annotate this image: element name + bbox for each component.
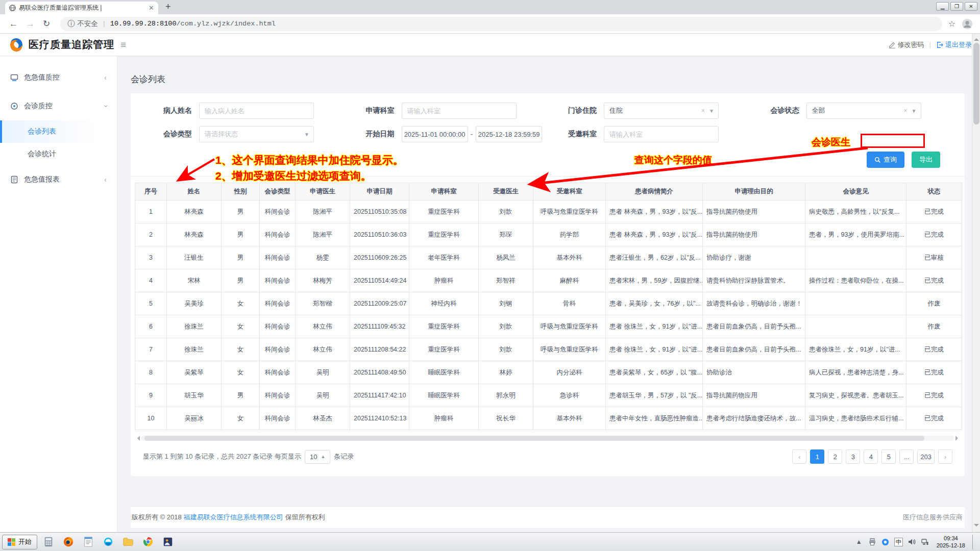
next-page-button[interactable]: ›	[938, 449, 952, 464]
table-header-cell[interactable]: 申请日期	[350, 183, 409, 201]
table-header-cell[interactable]: 性别	[222, 183, 260, 201]
page-button[interactable]: 4	[864, 449, 878, 464]
table-cell: 2025110510:36:03	[350, 223, 409, 246]
page-size-dropdown[interactable]: 10 ▲	[305, 450, 330, 464]
vertical-scroll-thumb[interactable]	[973, 43, 979, 124]
table-row[interactable]: 7徐珠兰女科间会诊林立伟2025111208:54:22重症医学科刘歆呼吸与危重…	[135, 338, 962, 361]
table-header-cell[interactable]: 申请理由目的	[703, 183, 805, 201]
new-tab-button[interactable]: +	[165, 2, 171, 12]
clear-icon[interactable]: ×	[701, 107, 705, 114]
url-field[interactable]: ⓘ 不安全 | 10.99.99.28:8100 /com.ylz.wjzk/i…	[60, 17, 942, 31]
sidebar-item-critical-value-qc[interactable]: 危急值质控 ‹	[0, 63, 117, 92]
taskbar-clock[interactable]: 09:34 2025-12-18	[937, 535, 965, 549]
table-header-cell[interactable]: 受邀科室	[533, 183, 606, 201]
export-button[interactable]: 导出	[912, 152, 940, 168]
page-button[interactable]: 2	[828, 449, 842, 464]
table-cell: 基本外科	[533, 246, 606, 269]
horizontal-scroll-thumb[interactable]	[144, 436, 924, 441]
notepad-icon[interactable]	[79, 535, 97, 549]
sidebar-item-critical-value-report[interactable]: 危急值报表 ‹	[0, 165, 117, 194]
page-button[interactable]: 5	[881, 449, 896, 464]
invited-dept-input[interactable]	[604, 126, 719, 142]
horizontal-scrollbar[interactable]	[135, 435, 961, 441]
firefox-icon[interactable]	[59, 535, 77, 549]
company-link[interactable]: 福建易联众医疗信息系统有限公司	[184, 513, 283, 522]
page-button[interactable]: 203	[917, 449, 935, 464]
table-row[interactable]: 4宋林男科间会诊林梅芳2025110514:49:24肿瘤科郑智祥麻醉科患者宋林…	[135, 269, 962, 292]
table-header-cell[interactable]: 患者病情简介	[606, 183, 703, 201]
avatar[interactable]	[962, 18, 973, 30]
visit-type-select[interactable]: 住院 × ▼	[604, 103, 719, 119]
apply-dept-input[interactable]	[402, 103, 517, 119]
table-header-cell[interactable]: 状态	[906, 183, 962, 201]
table-row[interactable]: 10吴丽冰女科间会诊林圣杰2025112410:52:13肿瘤科祝长华基本外科患…	[135, 407, 962, 430]
page-ellipsis[interactable]: ...	[899, 449, 914, 464]
scroll-left-icon[interactable]	[135, 436, 140, 441]
sidebar-item-consultation-stats[interactable]: 会诊统计	[0, 143, 117, 165]
app-title: 医疗质量追踪管理	[29, 38, 114, 52]
table-header-cell[interactable]: 受邀医生	[479, 183, 533, 201]
scroll-right-icon[interactable]	[955, 436, 961, 441]
menu-collapse-icon[interactable]: ≡	[120, 39, 126, 51]
folder-icon[interactable]	[119, 535, 137, 549]
info-icon[interactable]: ⓘ	[67, 19, 75, 29]
clear-icon[interactable]: ×	[904, 107, 908, 114]
patient-name-input[interactable]	[199, 103, 314, 119]
table-header-cell[interactable]: 申请医生	[296, 183, 350, 201]
table-header-cell[interactable]: 序号	[135, 183, 167, 201]
table-row[interactable]: 8吴紫琴女科间会诊吴明2025111408:49:50睡眠医学科林婷内分泌科患者…	[135, 361, 962, 384]
sidebar-item-consultation-list[interactable]: 会诊列表	[0, 120, 117, 143]
table-cell: 患者胡玉华，男，57岁，以 "反...	[606, 384, 703, 407]
page-button[interactable]: 3	[846, 449, 860, 464]
consult-status-select[interactable]: 全部 × ▼	[806, 103, 921, 119]
prev-page-button[interactable]: ‹	[792, 449, 806, 464]
start-button[interactable]: 开始	[2, 535, 37, 549]
date-from-input[interactable]	[402, 126, 468, 142]
date-to-input[interactable]	[476, 126, 542, 142]
table-row[interactable]: 5吴美珍女科间会诊郑智楷2025112009:25:07神经内科刘钢骨科患者，吴…	[135, 292, 962, 315]
table-cell: 呼吸与危重症医学科	[533, 201, 606, 223]
table-header-cell[interactable]: 会诊意见	[805, 183, 906, 201]
volume-icon[interactable]	[907, 537, 916, 546]
vertical-scrollbar[interactable]	[972, 34, 980, 532]
forward-icon[interactable]: →	[26, 19, 35, 29]
tray-expand-icon[interactable]: ▲	[854, 537, 864, 546]
media-player-icon[interactable]	[159, 535, 177, 549]
change-password-link[interactable]: 修改密码	[889, 40, 924, 49]
monitor-icon	[10, 73, 18, 82]
safety-app-icon[interactable]	[881, 537, 890, 546]
network-icon[interactable]	[920, 537, 929, 546]
consult-type-select[interactable]: 请选择状态 ▼	[199, 126, 314, 142]
table-row[interactable]: 9胡玉华男科间会诊吴明2025111417:42:10睡眠医学科郭永明急诊科患者…	[135, 384, 962, 407]
sidebar-item-consultation-qc[interactable]: 会诊质控 ‹	[0, 92, 117, 120]
search-button[interactable]: 查询	[867, 152, 904, 168]
table-header-cell[interactable]: 会诊类型	[260, 183, 296, 201]
tab-close-icon[interactable]: ✕	[149, 4, 154, 12]
table-row[interactable]: 6徐珠兰女科间会诊林立伟2025111109:45:32重症医学科刘歆呼吸与危重…	[135, 315, 962, 338]
window-close-button[interactable]: ✕	[965, 2, 977, 11]
page-button[interactable]: 1	[810, 449, 824, 464]
chrome-icon[interactable]	[139, 535, 157, 549]
table-cell: 徐珠兰	[167, 315, 222, 338]
input-method-icon[interactable]: 中	[894, 538, 903, 546]
scroll-up-icon[interactable]	[974, 36, 979, 41]
window-maximize-button[interactable]: ❐	[950, 2, 963, 11]
table-row[interactable]: 3汪银生男科间会诊杨雯2025110609:26:25老年医学科杨凤兰基本外科患…	[135, 246, 962, 269]
calculator-icon[interactable]	[39, 535, 57, 549]
show-desktop-button[interactable]	[972, 535, 978, 549]
refresh-icon[interactable]: ↻	[43, 18, 50, 29]
logout-link[interactable]: 退出登录	[936, 40, 972, 49]
internet-explorer-icon[interactable]	[99, 535, 117, 549]
back-icon[interactable]: ←	[9, 19, 18, 29]
table-cell: 复习病史，探视患者。患者胡玉...	[805, 384, 906, 407]
table-header-cell[interactable]: 申请科室	[409, 183, 479, 201]
window-minimize-button[interactable]: ▁	[936, 2, 949, 11]
browser-tab[interactable]: 易联众医疗质量追踪管理系统 | ✕	[5, 2, 158, 14]
scroll-down-icon[interactable]	[974, 524, 979, 529]
table-header-cell[interactable]: 姓名	[167, 183, 222, 201]
bookmark-star-icon[interactable]: ☆	[948, 19, 955, 29]
table-row[interactable]: 1林亮森男科间会诊陈湘平2025110510:35:08重症医学科刘歆呼吸与危重…	[135, 201, 962, 223]
table-row[interactable]: 2林亮森男科间会诊陈湘平2025110510:36:03重症医学科郑琛药学部患者…	[135, 223, 962, 246]
edit-icon	[889, 41, 896, 48]
printer-icon[interactable]	[868, 537, 877, 546]
